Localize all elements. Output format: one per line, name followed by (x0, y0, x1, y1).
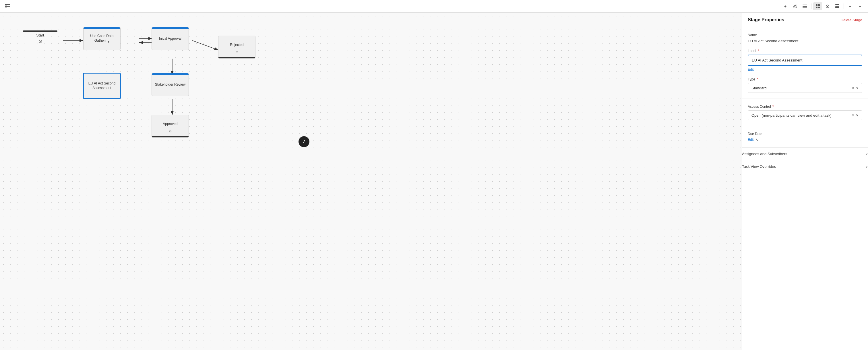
task-view-section-row[interactable]: Task View Overrides ∨ (742, 160, 868, 173)
start-play-icon: ⊙ (38, 38, 42, 44)
access-chevron-icon[interactable]: ∨ (856, 113, 859, 117)
initial-approval-node[interactable]: Initial Approval (152, 27, 189, 50)
type-chevron-icon[interactable]: ∨ (856, 86, 859, 90)
assignees-section-row[interactable]: Assignees and Subscribers ∨ (742, 147, 868, 160)
svg-rect-6 (803, 6, 807, 7)
svg-point-13 (827, 6, 828, 7)
label-input[interactable] (748, 55, 862, 66)
due-date-section: Due Date Edit ↖ (748, 132, 862, 142)
divider-2 (742, 126, 868, 126)
type-field-label: Type * (748, 77, 862, 81)
label-edit-link[interactable]: Edit (748, 67, 862, 71)
svg-rect-8 (816, 4, 817, 6)
eu-ai-act-node[interactable]: EU AI Act Second Assessment (83, 73, 121, 99)
panel-header: Stage Properties Delete Stage (742, 12, 868, 27)
grid-view-button[interactable] (813, 2, 823, 10)
approved-node[interactable]: Approved ⊙ (152, 115, 189, 138)
main-container: Start ⊙ Use Case Data Gathering Initial … (0, 0, 868, 350)
type-required: * (756, 77, 758, 81)
type-select[interactable]: Standard × ∨ (748, 83, 862, 93)
assignees-chevron-icon: ∨ (865, 152, 868, 156)
access-control-label: Access Control * (748, 105, 862, 109)
step-badge: 7 (299, 136, 309, 147)
start-bar (23, 30, 57, 32)
name-value: EU AI Act Second Assessment (748, 39, 862, 43)
rejected-icon: ⊙ (236, 50, 238, 54)
rejected-node[interactable]: Rejected ⊙ (218, 36, 255, 59)
access-control-value: Open (non-participants can view and edit… (751, 113, 852, 118)
settings-button[interactable] (790, 2, 800, 10)
label-field-label: Label * (748, 49, 862, 53)
access-control-select[interactable]: Open (non-participants can view and edit… (748, 110, 862, 120)
add-button[interactable]: + (781, 2, 790, 10)
due-date-label: Due Date (748, 132, 862, 136)
approved-icon: ⊙ (169, 129, 172, 133)
delete-stage-button[interactable]: Delete Stage (841, 18, 862, 22)
type-value: Standard (751, 86, 852, 90)
divider-1 (742, 98, 868, 99)
svg-rect-16 (835, 7, 839, 8)
svg-rect-14 (835, 4, 839, 5)
sidebar-toggle-icon[interactable] (3, 2, 11, 10)
arrows-svg (0, 12, 742, 350)
svg-rect-7 (803, 7, 807, 8)
start-label: Start (36, 33, 44, 37)
use-case-node[interactable]: Use Case Data Gathering (83, 27, 121, 50)
type-field-group: Type * Standard × ∨ (748, 77, 862, 93)
access-required: * (772, 105, 774, 109)
type-clear-icon[interactable]: × (852, 86, 854, 90)
label-field-group: Label * Edit (748, 49, 862, 71)
svg-point-4 (794, 5, 796, 7)
stakeholder-review-node[interactable]: Stakeholder Review (152, 73, 189, 96)
menu-button[interactable] (800, 2, 809, 10)
access-control-field-group: Access Control * Open (non-participants … (748, 105, 862, 120)
svg-rect-2 (5, 6, 10, 7)
task-view-chevron-icon: ∨ (865, 165, 868, 169)
zoom-out-button[interactable]: − (846, 2, 855, 10)
label-required: * (758, 49, 759, 53)
svg-rect-5 (803, 5, 807, 5)
properties-panel: Stage Properties Delete Stage Name EU AI… (742, 12, 868, 350)
task-view-label: Task View Overrides (742, 164, 776, 169)
cursor-icon: ↖ (755, 138, 758, 142)
svg-rect-3 (5, 8, 10, 8)
node-view-button[interactable] (823, 2, 832, 10)
access-clear-icon[interactable]: × (852, 113, 854, 118)
svg-line-22 (192, 40, 218, 50)
panel-title: Stage Properties (748, 17, 784, 22)
panel-body: Name EU AI Act Second Assessment Label *… (742, 27, 868, 147)
svg-rect-1 (5, 4, 10, 5)
toolbar-actions: + (781, 2, 865, 10)
name-label: Name (748, 33, 862, 37)
start-node[interactable]: Start ⊙ (23, 30, 57, 44)
toolbar: + (0, 0, 868, 12)
canvas-area[interactable]: Start ⊙ Use Case Data Gathering Initial … (0, 12, 742, 350)
due-date-edit-link[interactable]: Edit (748, 138, 754, 142)
svg-rect-15 (835, 6, 839, 7)
svg-rect-9 (818, 4, 820, 6)
assignees-label: Assignees and Subscribers (742, 152, 787, 156)
zoom-in-button[interactable]: + (856, 2, 865, 10)
svg-rect-11 (818, 7, 820, 8)
table-view-button[interactable] (833, 2, 842, 10)
svg-rect-10 (816, 7, 817, 8)
name-field-group: Name EU AI Act Second Assessment (748, 33, 862, 43)
